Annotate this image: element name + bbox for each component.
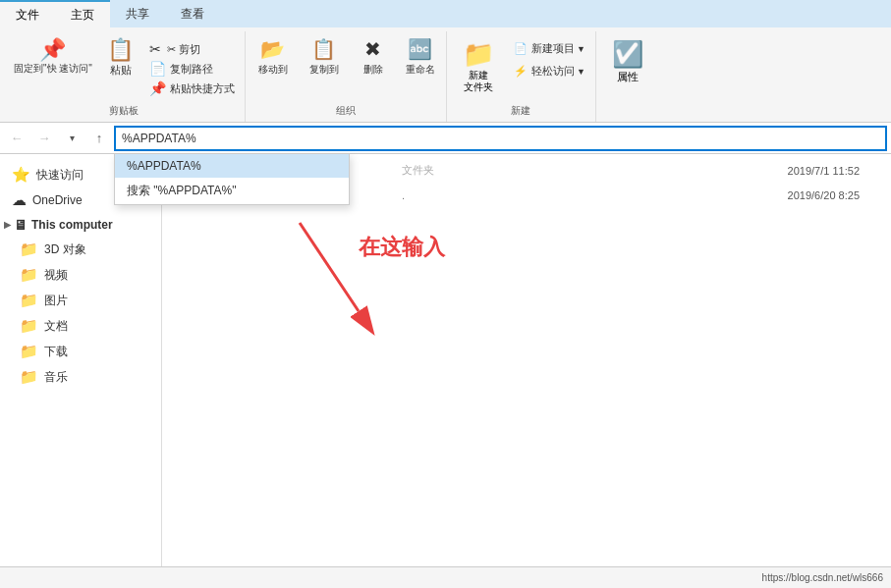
paste-shortcut-button[interactable]: 📌 粘贴快捷方式 bbox=[143, 79, 241, 98]
tab-share[interactable]: 共享 bbox=[110, 0, 165, 27]
suggestion-item-appdata[interactable]: %APPDATA% bbox=[115, 154, 349, 178]
clipboard-small-group: ✂ ✂ 剪切 📄 复制路径 📌 粘贴快捷方式 bbox=[143, 35, 241, 102]
onedrive-icon: ☁ bbox=[12, 191, 27, 209]
organize-group-label: 组织 bbox=[250, 102, 442, 122]
new-group-label: 新建 bbox=[451, 102, 591, 122]
sidebar-item-pictures[interactable]: 📁 图片 bbox=[0, 288, 161, 313]
tab-bar: 文件 主页 共享 查看 bbox=[0, 0, 891, 27]
sidebar-item-music[interactable]: 📁 音乐 bbox=[0, 364, 161, 390]
rename-button[interactable]: 🔤 重命名 bbox=[399, 35, 442, 80]
easy-access-dropdown-icon: ▼ bbox=[577, 67, 585, 77]
sidebar-item-videos[interactable]: 📁 视频 bbox=[0, 262, 161, 288]
annotation-text: 在这输入 bbox=[359, 233, 445, 262]
sidebar-item-3d-objects[interactable]: 📁 3D 对象 bbox=[0, 237, 161, 262]
rename-icon: 🔤 bbox=[408, 39, 432, 59]
sidebar: ⭐ 快速访问 ☁ OneDrive ▶ 🖥 This computer 📁 3D… bbox=[0, 154, 162, 566]
paste-shortcut-icon: 📌 bbox=[149, 80, 166, 96]
pin-icon: 📌 bbox=[39, 39, 66, 61]
status-link: https://blog.csdn.net/wls666 bbox=[762, 572, 883, 583]
folder-download-icon: 📁 bbox=[20, 343, 38, 360]
new-folder-icon: 📁 bbox=[463, 39, 494, 70]
delete-icon: ✖ bbox=[364, 39, 381, 59]
folder-3d-icon: 📁 bbox=[20, 241, 38, 258]
copy-path-button[interactable]: 📄 复制路径 bbox=[143, 59, 241, 79]
properties-icon: ☑️ bbox=[612, 39, 643, 70]
sidebar-item-downloads[interactable]: 📁 下载 bbox=[0, 339, 161, 364]
copy-path-icon: 📄 bbox=[149, 61, 166, 77]
back-button[interactable]: ← bbox=[4, 126, 29, 151]
address-input-wrap: %APPDATA% 搜索 "%APPDATA%" bbox=[114, 126, 887, 151]
move-to-icon: 📂 bbox=[260, 39, 285, 59]
arrow-annotation: 在这输入 bbox=[280, 213, 476, 353]
dropdown-nav-button[interactable]: ▾ bbox=[59, 126, 84, 151]
forward-button[interactable]: → bbox=[31, 126, 57, 151]
address-bar-area: ← → ▾ ↑ %APPDATA% 搜索 "%APPDATA%" bbox=[0, 123, 891, 154]
paste-button[interactable]: 📋 粘贴 bbox=[100, 35, 141, 81]
copy-to-button[interactable]: 📋 复制到 bbox=[301, 35, 348, 80]
up-button[interactable]: ↑ bbox=[86, 126, 112, 151]
svg-line-1 bbox=[300, 223, 359, 311]
properties-button[interactable]: ☑️ 属性 bbox=[604, 35, 651, 88]
new-item-dropdown-icon: ▼ bbox=[577, 44, 585, 54]
cut-button[interactable]: ✂ ✂ 剪切 bbox=[143, 39, 241, 59]
computer-icon: 🖥 bbox=[14, 217, 28, 233]
new-item-button[interactable]: 📄 新建项目 ▼ bbox=[508, 39, 591, 58]
star-icon: ⭐ bbox=[12, 166, 30, 184]
properties-group-label bbox=[604, 116, 651, 122]
ribbon: 📌 固定到"快 速访问" 📋 粘贴 ✂ ✂ 剪切 📄 复制路径 bbox=[0, 27, 891, 123]
computer-children: 📁 3D 对象 📁 视频 📁 图片 📁 文档 📁 下载 bbox=[0, 237, 161, 390]
expand-icon: ▶ bbox=[4, 220, 11, 230]
suggestion-dropdown: %APPDATA% 搜索 "%APPDATA%" bbox=[114, 153, 350, 205]
new-items-small-group: 📄 新建项目 ▼ ⚡ 轻松访问 ▼ bbox=[508, 35, 591, 84]
easy-access-button[interactable]: ⚡ 轻松访问 ▼ bbox=[508, 62, 591, 80]
content-area-wrapper: 📁 pip 文件夹 2019/7/1 11:52 📄 pip.ini . 201… bbox=[162, 154, 891, 566]
folder-doc-icon: 📁 bbox=[20, 317, 38, 335]
new-item-icon: 📄 bbox=[514, 42, 528, 55]
move-to-button[interactable]: 📂 移动到 bbox=[250, 35, 297, 80]
folder-picture-icon: 📁 bbox=[20, 292, 38, 309]
copy-to-icon: 📋 bbox=[311, 39, 336, 59]
sidebar-item-documents[interactable]: 📁 文档 bbox=[0, 313, 161, 339]
folder-music-icon: 📁 bbox=[20, 368, 38, 386]
clipboard-group-label: 剪贴板 bbox=[8, 102, 241, 122]
easy-access-icon: ⚡ bbox=[514, 65, 528, 78]
tab-file[interactable]: 文件 bbox=[0, 0, 55, 27]
new-folder-button[interactable]: 📁 新建 文件夹 bbox=[451, 35, 506, 97]
cut-icon: ✂ bbox=[149, 41, 161, 57]
status-bar: https://blog.csdn.net/wls666 bbox=[0, 566, 891, 588]
folder-video-icon: 📁 bbox=[20, 266, 38, 284]
tab-view[interactable]: 查看 bbox=[165, 0, 220, 27]
tab-home[interactable]: 主页 bbox=[55, 0, 110, 27]
pin-to-quick-access-button[interactable]: 📌 固定到"快 速访问" bbox=[8, 35, 98, 79]
paste-icon: 📋 bbox=[107, 39, 134, 61]
delete-button[interactable]: ✖ 删除 bbox=[352, 35, 395, 80]
suggestion-item-search[interactable]: 搜索 "%APPDATA%" bbox=[115, 178, 349, 204]
address-input[interactable] bbox=[122, 132, 879, 145]
sidebar-section-this-computer[interactable]: ▶ 🖥 This computer bbox=[0, 213, 161, 237]
